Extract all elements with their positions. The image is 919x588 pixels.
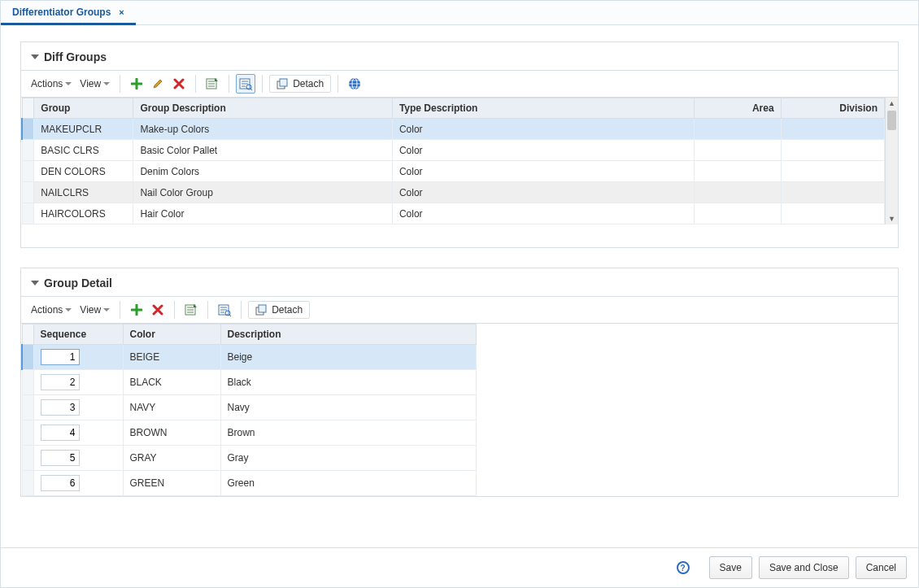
row-handle[interactable] [22,119,34,140]
close-icon[interactable]: × [119,7,124,17]
panel-header-diff-groups[interactable]: Diff Groups [21,42,898,70]
add-icon [131,304,142,316]
panel-header-group-detail[interactable]: Group Detail [21,268,898,296]
cell-color: BROWN [123,420,220,446]
sequence-input[interactable] [41,425,80,441]
table-row[interactable]: BASIC CLRSBasic Color PalletColor [22,140,885,161]
cell-area [695,140,781,161]
cell-group: MAKEUPCLR [34,119,133,140]
panel-diff-groups: Diff Groups Actions View [20,41,899,248]
table-row[interactable]: BROWNBrown [22,420,477,446]
cell-type: Color [392,182,695,203]
query-icon [239,77,252,90]
col-type[interactable]: Type Description [392,98,695,119]
chevron-down-icon [103,308,110,311]
delete-button[interactable] [148,300,168,320]
table-header-row: Group Group Description Type Description… [22,98,885,119]
cell-sequence [33,395,123,420]
row-handle[interactable] [22,420,33,446]
table-row[interactable]: BLACKBlack [22,370,477,395]
table-row[interactable]: HAIRCOLORSHair ColorColor [22,203,885,224]
delete-button[interactable] [169,74,189,94]
cell-division [781,203,884,224]
table-scrollbar[interactable]: ▲ ▼ [885,98,898,224]
col-division[interactable]: Division [781,98,884,119]
row-handle-header [22,98,34,119]
row-handle[interactable] [22,140,34,161]
add-button[interactable] [127,300,146,320]
cell-area [695,203,781,224]
scroll-thumb[interactable] [887,111,896,130]
cell-type: Color [392,119,695,140]
panel-title: Group Detail [44,277,112,290]
separator [207,301,208,319]
tab-differentiator-groups[interactable]: Differentiator Groups × [1,0,136,25]
export-button[interactable] [181,300,201,320]
cancel-button[interactable]: Cancel [856,556,907,579]
query-button[interactable] [236,74,255,94]
delete-icon [173,78,185,89]
row-handle[interactable] [22,161,34,182]
cell-group: HAIRCOLORS [34,203,133,224]
table-row[interactable]: DEN COLORSDenim ColorsColor [22,161,885,182]
save-button[interactable]: Save [709,556,752,579]
row-handle[interactable] [22,446,33,471]
cell-sequence [33,370,123,395]
cell-type: Color [392,203,695,224]
sequence-input[interactable] [41,374,80,390]
disclosure-icon[interactable] [31,281,39,285]
row-handle[interactable] [22,395,33,420]
edit-button[interactable] [148,74,168,94]
view-menu[interactable]: View [76,75,113,93]
col-description[interactable]: Description [220,324,477,345]
row-handle[interactable] [22,203,34,224]
tab-label: Differentiator Groups [12,7,111,18]
cell-desc: Gray [220,446,477,471]
cell-group: NAILCLRS [34,182,133,203]
detach-button[interactable]: Detach [248,301,310,319]
query-button[interactable] [215,300,234,320]
row-handle[interactable] [22,471,33,496]
sequence-input[interactable] [41,399,80,416]
table-row[interactable]: NAVYNavy [22,395,477,420]
add-button[interactable] [127,74,146,94]
row-handle[interactable] [22,182,34,203]
table-row[interactable]: GREENGreen [22,471,477,496]
separator [229,75,229,93]
table-row[interactable]: BEIGEBeige [22,345,477,370]
col-color[interactable]: Color [123,324,220,345]
col-area[interactable]: Area [695,98,781,119]
col-sequence[interactable]: Sequence [33,324,123,345]
view-menu[interactable]: View [76,301,113,319]
actions-menu[interactable]: Actions [28,75,75,93]
sequence-input[interactable] [41,450,80,466]
content-scroll[interactable]: Diff Groups Actions View [1,25,918,547]
save-and-close-button[interactable]: Save and Close [759,556,849,579]
export-button[interactable] [203,74,222,94]
svg-rect-11 [259,305,266,312]
detach-button[interactable]: Detach [269,75,331,93]
help-icon[interactable]: ? [677,561,690,574]
cell-division [781,182,884,203]
row-handle[interactable] [22,345,33,370]
translate-button[interactable] [345,74,364,94]
cell-area [695,161,781,182]
scroll-up-icon[interactable]: ▲ [886,98,898,109]
actions-menu[interactable]: Actions [28,301,75,319]
table-row[interactable]: NAILCLRSNail Color GroupColor [22,182,885,203]
globe-icon [348,77,361,90]
sequence-input[interactable] [41,349,80,365]
table-row[interactable]: GRAYGray [22,446,477,471]
table-row[interactable]: MAKEUPCLRMake-up ColorsColor [22,119,885,140]
scroll-down-icon[interactable]: ▼ [886,213,898,224]
sequence-input[interactable] [41,475,80,491]
col-desc[interactable]: Group Description [133,98,392,119]
disclosure-icon[interactable] [31,54,39,59]
detach-icon [255,304,267,316]
separator [120,301,120,319]
cell-desc: Denim Colors [133,161,392,182]
table-header-row: Sequence Color Description [22,324,477,345]
panel-title: Diff Groups [44,50,107,63]
row-handle[interactable] [22,370,33,395]
col-group[interactable]: Group [34,98,133,119]
